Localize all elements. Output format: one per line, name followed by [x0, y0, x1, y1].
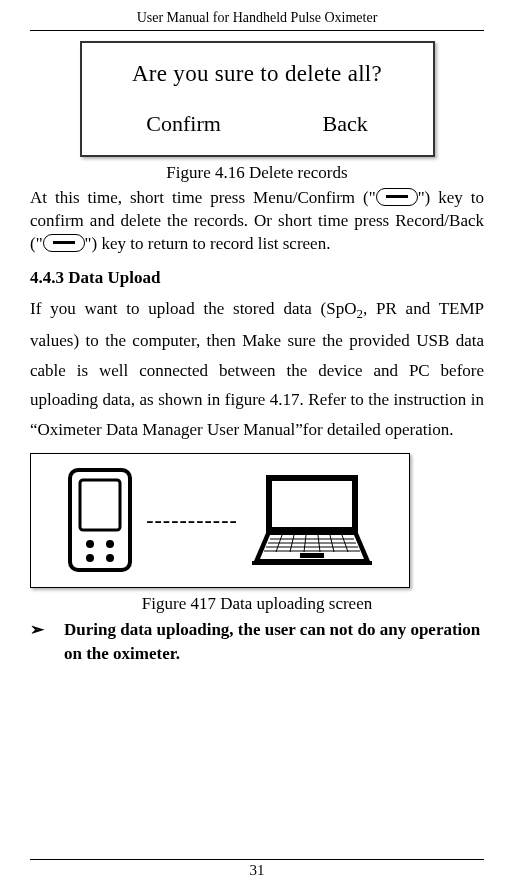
p2-text1: If you want to upload the stored data (S… [30, 299, 356, 318]
connection-dashes: ----------- [146, 507, 238, 533]
svg-point-2 [86, 540, 94, 548]
svg-point-5 [106, 554, 114, 562]
confirm-button-label: Confirm [146, 111, 221, 137]
p1-text1: At this time, short time press Menu/Conf… [30, 188, 376, 207]
page-number: 31 [250, 862, 265, 878]
dialog-title: Are you sure to delete all? [96, 61, 419, 87]
svg-rect-19 [252, 561, 372, 565]
svg-rect-18 [300, 553, 324, 558]
warning-bullet-item: ➢ During data uploading, the user can no… [30, 618, 484, 666]
figure-data-upload: ----------- [30, 453, 410, 588]
svg-point-4 [86, 554, 94, 562]
section-heading-data-upload: 4.4.3 Data Upload [30, 268, 484, 288]
svg-rect-7 [272, 481, 352, 527]
bullet-text: During data uploading, the user can not … [64, 618, 484, 666]
record-back-key-icon [43, 234, 85, 252]
page-footer: 31 [30, 859, 484, 879]
bullet-marker-icon: ➢ [30, 618, 44, 666]
svg-rect-1 [80, 480, 120, 530]
figure-4-16-caption: Figure 4.16 Delete records [30, 163, 484, 183]
oximeter-device-icon [68, 468, 132, 572]
svg-point-3 [106, 540, 114, 548]
page-header: User Manual for Handheld Pulse Oximeter [30, 10, 484, 31]
dialog-buttons-row: Confirm Back [96, 111, 419, 137]
paragraph-upload-instructions: If you want to upload the stored data (S… [30, 294, 484, 445]
header-title: User Manual for Handheld Pulse Oximeter [137, 10, 378, 25]
back-button-label: Back [322, 111, 367, 137]
laptop-icon [252, 473, 372, 567]
figure-4-17-caption: Figure 417 Data uploading screen [30, 594, 484, 614]
paragraph-delete-instructions: At this time, short time press Menu/Conf… [30, 187, 484, 256]
delete-confirmation-dialog: Are you sure to delete all? Confirm Back [80, 41, 435, 157]
p1-text3: ") key to return to record list screen. [85, 234, 331, 253]
menu-confirm-key-icon [376, 188, 418, 206]
p2-text2: , PR and TEMP values) to the computer, t… [30, 299, 484, 439]
